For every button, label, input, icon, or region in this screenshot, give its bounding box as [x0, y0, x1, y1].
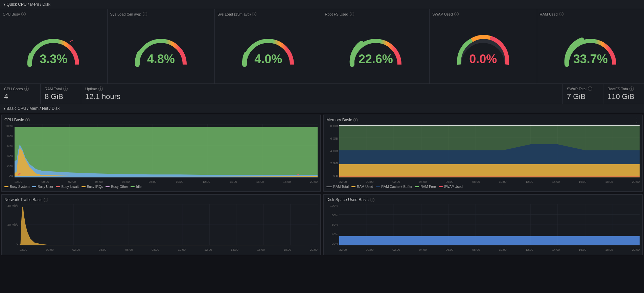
- disk-chart-svg: [339, 204, 640, 245]
- quick-section-header[interactable]: ▾ Quick CPU / Mem / Disk: [0, 0, 644, 9]
- stats-row: CPU Cores i 4 RAM Total i 8 GiB Uptime i…: [0, 84, 644, 104]
- info-icon-root-fs[interactable]: i: [350, 12, 354, 16]
- info-icon-ram-used[interactable]: i: [559, 12, 564, 16]
- gauge-title-root-fs: Root FS Used i: [325, 12, 427, 16]
- network-x-labels: 22:00 00:00 02:00 04:00 06:00 08:00 10:0…: [20, 248, 318, 251]
- gauge-value-root-fs: 22.6%: [359, 52, 393, 66]
- gauge-panel-ram-used: RAM Used i: [537, 9, 644, 83]
- legend-busy-user: Busy User: [32, 185, 53, 189]
- cpu-y-labels: 100% 80% 60% 40% 20% 0%: [4, 124, 15, 177]
- info-icon-network-traffic[interactable]: i: [44, 198, 48, 202]
- stat-value-cpu-cores: 4: [4, 92, 36, 101]
- memory-chart-svg: [339, 124, 640, 177]
- svg-marker-71: [339, 236, 640, 245]
- network-traffic-chart-panel: Network Traffic Basic i 40 Mb/s 20 Mb/s …: [1, 194, 321, 255]
- legend-idle: Idle: [131, 185, 141, 189]
- info-icon-swap-total[interactable]: i: [588, 87, 592, 91]
- stat-value-swap-total: 7 GiB: [567, 92, 599, 101]
- stat-title-ram-total: RAM Total i: [45, 87, 77, 91]
- legend-line-ram-total: [326, 187, 332, 187]
- cpu-chart-svg: [15, 124, 318, 177]
- basic-section-title: ▾ Basic CPU / Mem / Net / Disk: [3, 106, 60, 111]
- disk-x-labels: 22:00 00:00 02:00 04:00 06:00 08:00 10:0…: [339, 248, 640, 251]
- legend-swap-used: SWAP Used: [439, 185, 463, 189]
- legend-busy-system: Busy System: [4, 185, 29, 189]
- info-icon-rootfs-total[interactable]: i: [629, 87, 634, 91]
- gauge-panel-swap-used: SWAP Used i 0.0%: [430, 9, 537, 83]
- svg-marker-55: [20, 206, 318, 245]
- gauge-title-sys-load-15m: Sys Load (15m avg) i: [217, 12, 319, 16]
- info-icon-cpu-cores[interactable]: i: [24, 87, 29, 91]
- memory-basic-chart-panel: Memory Basic i ⋮ 8 GiB 6 GiB 4 GiB 2 GiB…: [323, 115, 643, 192]
- gauge-wrap-sys-load-5m: 4.8%: [110, 18, 212, 81]
- stat-value-uptime: 12.1 hours: [85, 92, 558, 101]
- gauge-wrap-ram-used: 33.7%: [540, 18, 642, 81]
- gauge-value-cpu-busy: 3.3%: [40, 52, 67, 66]
- memory-basic-chart-title: Memory Basic i: [326, 118, 640, 122]
- stat-title-cpu-cores: CPU Cores i: [4, 87, 36, 91]
- gauge-title-ram-used: RAM Used i: [540, 12, 642, 16]
- info-icon-sys-load-15m[interactable]: i: [252, 12, 256, 16]
- legend-dot-idle: [131, 186, 135, 187]
- legend-ram-total: RAM Total: [326, 185, 349, 189]
- cpu-basic-chart-panel: CPU Basic i 100% 80% 60% 40% 20% 0%: [1, 115, 321, 192]
- info-icon-memory-basic[interactable]: i: [353, 118, 358, 122]
- cpu-x-labels: 22:00 00:00 02:00 04:00 06:00 08:00 10:0…: [15, 177, 318, 184]
- info-icon-swap-used[interactable]: i: [454, 12, 459, 16]
- stat-title-rootfs-total: RootFS Tota i: [607, 87, 640, 91]
- stat-panel-swap-total: SWAP Total i 7 GiB: [563, 84, 603, 104]
- gauge-wrap-swap-used: 0.0%: [432, 18, 534, 81]
- stat-panel-cpu-cores: CPU Cores i 4: [0, 84, 41, 104]
- menu-dots-memory[interactable]: ⋮: [634, 118, 640, 124]
- legend-dot-busy-other: [106, 186, 110, 187]
- gauge-value-swap-used: 0.0%: [469, 52, 497, 66]
- memory-legend: RAM Total RAM Used RAM Cache + Buffer RA…: [326, 185, 640, 189]
- info-icon-disk-space[interactable]: i: [370, 198, 374, 202]
- charts-row-top: CPU Basic i 100% 80% 60% 40% 20% 0%: [0, 113, 644, 193]
- stat-title-uptime: Uptime i: [85, 87, 558, 91]
- network-y-labels: 40 Mb/s 20 Mb/s 0: [4, 204, 20, 245]
- legend-ram-free: RAM Free: [415, 185, 436, 189]
- legend-ram-cache: RAM Cache + Buffer: [376, 185, 412, 189]
- svg-line-0: [70, 40, 73, 42]
- legend-dot-swap-used: [439, 186, 443, 187]
- info-icon-uptime[interactable]: i: [98, 87, 103, 91]
- legend-dot-ram-free: [415, 186, 419, 187]
- network-chart-area: 40 Mb/s 20 Mb/s 0: [4, 204, 318, 251]
- basic-section-header[interactable]: ▾ Basic CPU / Mem / Net / Disk: [0, 104, 644, 113]
- legend-busy-irqs: Busy IRQs: [82, 185, 103, 189]
- cpu-basic-chart-area: 100% 80% 60% 40% 20% 0%: [4, 124, 318, 184]
- info-icon-sys-load-5m[interactable]: i: [143, 12, 147, 16]
- info-icon-cpu-busy[interactable]: i: [21, 12, 26, 16]
- legend-ram-used: RAM Used: [351, 185, 373, 189]
- legend-busy-other: Busy Other: [106, 185, 128, 189]
- legend-dot-busy-system: [4, 186, 8, 187]
- legend-dot-busy-irqs: [82, 186, 86, 187]
- gauge-panel-cpu-busy: CPU Busy i: [0, 9, 108, 83]
- gauge-value-sys-load-15m: 4.0%: [254, 52, 282, 66]
- info-icon-ram-total[interactable]: i: [63, 87, 68, 91]
- charts-row-bottom: Network Traffic Basic i 40 Mb/s 20 Mb/s …: [0, 193, 644, 257]
- gauge-title-swap-used: SWAP Used i: [432, 12, 534, 16]
- memory-y-labels: 8 GiB 6 GiB 4 GiB 2 GiB 0 B: [326, 124, 339, 177]
- cpu-legend: Busy System Busy User Busy Iowait Busy I…: [4, 185, 318, 189]
- disk-space-chart-title: Disk Space Used Basic i: [326, 197, 640, 202]
- gauge-wrap-sys-load-15m: 4.0%: [217, 18, 319, 81]
- network-chart-svg: [20, 204, 318, 245]
- svg-marker-39: [339, 164, 640, 177]
- network-traffic-chart-title: Network Traffic Basic i: [4, 197, 318, 202]
- disk-y-labels: 100% 80% 60% 40% 20%: [326, 204, 339, 245]
- stat-value-ram-total: 8 GiB: [45, 92, 77, 101]
- stat-panel-uptime: Uptime i 12.1 hours: [81, 84, 563, 104]
- gauge-title-cpu-busy: CPU Busy i: [3, 12, 105, 16]
- gauge-value-ram-used: 33.7%: [573, 52, 608, 66]
- cpu-basic-chart-title: CPU Basic i: [4, 118, 318, 122]
- stat-panel-rootfs-total: RootFS Tota i 110 GiB: [603, 84, 644, 104]
- memory-x-labels: 22:00 00:00 02:00 04:00 06:00 08:00 10:0…: [339, 177, 640, 184]
- info-icon-cpu-basic[interactable]: i: [25, 118, 30, 122]
- svg-marker-17: [15, 127, 318, 177]
- gauge-panel-root-fs: Root FS Used i: [322, 9, 430, 83]
- stat-title-swap-total: SWAP Total i: [567, 87, 599, 91]
- gauge-wrap-cpu-busy: 3.3%: [3, 18, 105, 81]
- legend-dot-ram-cache: [376, 186, 380, 187]
